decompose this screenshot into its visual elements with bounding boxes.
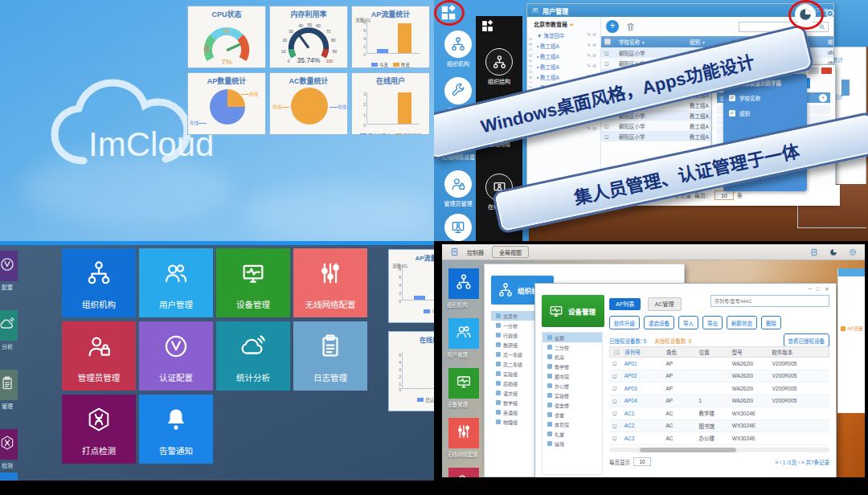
partial-tile[interactable] [0, 370, 18, 400]
tile-probe[interactable]: 打点检测 [62, 395, 136, 464]
cell-serial[interactable]: AP04 [621, 398, 663, 403]
sidebar-item-online[interactable]: 在线状态 [436, 214, 481, 241]
horizontal-scrollbar[interactable] [609, 448, 829, 452]
tile-devices[interactable]: 设备管理 [216, 248, 290, 317]
tree-item[interactable]: 全部 [542, 333, 602, 342]
tile-auth[interactable]: 认证配置 [139, 321, 213, 391]
tree-item[interactable]: ✎ ⊘• 教工组A [527, 51, 600, 61]
dark-item-org[interactable]: 组织结构 [477, 48, 522, 85]
tile-stats[interactable]: 统计分析 [216, 321, 290, 391]
partial-tile[interactable] [0, 472, 18, 481]
window-titlebar[interactable]: 用户管理 ? ─ □ ✕ [527, 4, 833, 17]
tile-wireless[interactable]: 无线网络配置 [293, 248, 367, 317]
tree-item[interactable]: 宿舍楼 [542, 400, 602, 410]
tree-item[interactable]: 教学楼 [542, 362, 602, 371]
table-row[interactable]: ◻ AC3 AC 办公楼 WX3024E 已授权 [609, 432, 829, 445]
row-checkbox[interactable]: ◻ [609, 398, 621, 404]
gear-icon[interactable]: ⚙ [825, 6, 835, 21]
card-memory[interactable]: 内存利用率 0 10 20 30 40 50 60 70 80 90 10 [269, 6, 348, 68]
info-icon[interactable] [829, 248, 837, 256]
row-checkbox[interactable]: ◻ [609, 410, 621, 416]
tree-item[interactable]: 体育馆 [542, 419, 602, 429]
device-pagination[interactable]: « ‹ 1 /1页 › » 共7条记录 [775, 458, 829, 466]
window-controls[interactable]: ─ □ ✕ [808, 286, 831, 292]
field-option[interactable]: ✓组别 [729, 109, 801, 117]
row-checkbox[interactable]: ◻ [609, 435, 621, 441]
tile-org[interactable]: 组织机构 [62, 248, 136, 317]
per-page-input[interactable] [633, 457, 651, 466]
tree-item[interactable]: ✎ ⊘• 教工组A [527, 61, 600, 72]
cell-serial[interactable]: AP02 [621, 373, 663, 378]
tiles-logo-icon[interactable] [481, 19, 494, 33]
per-page-input[interactable] [714, 190, 734, 200]
dock-tile-admins[interactable] [448, 468, 479, 477]
partial-tile[interactable] [0, 251, 18, 281]
tile-logs[interactable]: 日志管理 [293, 321, 367, 391]
sidebar-item-org[interactable]: 组织机构 [436, 31, 481, 68]
dock-tile-devices[interactable] [448, 368, 479, 399]
app-icon[interactable] [450, 248, 459, 256]
tree-item[interactable]: 办公楼 [542, 381, 602, 391]
partial-tile[interactable] [0, 429, 18, 460]
dock-tile-org[interactable] [448, 268, 479, 299]
upload-icon[interactable] [810, 248, 818, 256]
card-cpu[interactable]: CPU状态 低 中 高 7% [187, 6, 266, 68]
card-ap-count[interactable]: AP数量统计 离线 在线 [187, 72, 266, 135]
add-column-button[interactable]: + [819, 94, 827, 102]
row-checkbox[interactable]: ◻ [609, 373, 621, 379]
delete-button[interactable]: 删除 [761, 316, 781, 329]
row-checkbox[interactable]: ◻ [601, 123, 616, 129]
tile-alerts[interactable]: 告警通知 [139, 395, 213, 464]
tree-item[interactable]: ✎ ⊘• 教工组A [527, 40, 600, 51]
row-checkbox[interactable]: ◻ [609, 385, 621, 391]
cell-serial[interactable]: AP01 [621, 361, 663, 366]
tree-item[interactable]: 图书馆 [542, 371, 602, 381]
card-online-users[interactable]: 在线用户 0 1 2 3 已认证用户 连接终端 [351, 72, 430, 135]
cell-serial[interactable]: AC1 [621, 411, 663, 416]
export-button[interactable]: 导出 [702, 316, 723, 329]
table-row[interactable]: ◻ AP01 AP WA2620i V200R005 3C-8C-40-1A [609, 358, 829, 370]
tile-admins[interactable]: 管理员管理 [62, 321, 136, 391]
table-row[interactable]: ◻ AC2 AC 图书馆 WX3024E 已授权 [609, 420, 829, 433]
checkbox-checked[interactable]: ✓ [729, 95, 735, 101]
scrollbar-thumb[interactable] [640, 448, 736, 452]
device-search-input[interactable] [710, 295, 829, 307]
tree-item[interactable]: 操场 [542, 439, 602, 448]
table-row[interactable]: ◻ AP03 AP WA2620i V200R005 3C-8C-40-3C [609, 382, 829, 395]
tree-item[interactable]: 机房 [542, 352, 602, 362]
view-authorized-button[interactable]: 查看已授权设备 [784, 333, 830, 347]
reboot-button[interactable]: 重启设备 [644, 316, 674, 329]
tree-item[interactable]: 礼堂 [542, 429, 602, 439]
cell-serial[interactable]: AP03 [621, 386, 663, 391]
row-checkbox[interactable]: ◻ [609, 423, 621, 429]
tree-item[interactable]: ✎ ⊘▼ 海淀四中 [527, 30, 600, 40]
tree-item[interactable]: 实验楼 [542, 391, 602, 400]
add-user-button[interactable]: + [606, 20, 619, 33]
cell-serial[interactable]: AC3 [621, 436, 663, 441]
tile-users[interactable]: 用户管理 [139, 248, 213, 317]
org-root[interactable]: 北京市教育局 ★ [527, 17, 600, 30]
card-ac-count[interactable]: AC数量统计 离线 在线 [269, 72, 348, 135]
upgrade-button[interactable]: 软件升级 [609, 316, 640, 329]
checkbox-checked[interactable]: ✓ [729, 110, 735, 117]
table-row[interactable]: ◻ AC1 AC 教学楼 WX3024E 已授权 [609, 407, 829, 420]
row-checkbox[interactable]: ◻ [601, 60, 616, 67]
import-button[interactable]: 导入 [678, 316, 698, 329]
tab-ac[interactable]: AC管理 [648, 297, 682, 311]
tab-global-view[interactable]: 全局视图 [492, 246, 529, 258]
cell-serial[interactable]: AC2 [621, 423, 663, 428]
tab-ap-list[interactable]: AP列表 [609, 298, 641, 310]
delete-icon[interactable] [625, 22, 636, 32]
partial-tile[interactable] [0, 310, 18, 341]
sidebar-item-admins[interactable]: 管理员管理 [436, 170, 481, 207]
card-ap-traffic[interactable]: AP流量统计 流量(G) 0 2 4 6 8 今天 昨天 [351, 6, 430, 68]
dock-tile-wireless[interactable] [448, 418, 479, 448]
tree-item[interactable]: 二分校 [542, 342, 602, 352]
field-option[interactable]: ✓学校名称 [729, 94, 801, 102]
table-row[interactable]: ◻ AP02 AP WA2620i V200R005 3C-8C-40-2B [609, 370, 829, 383]
close-button[interactable] [821, 68, 832, 74]
refresh-button[interactable]: 刷新状态 [727, 316, 757, 329]
table-row[interactable]: ◻ AP04 AP 1 WA2620i V200R005 [609, 395, 829, 408]
dock-tile-users[interactable] [448, 318, 479, 349]
tree-item[interactable]: 食堂 [542, 410, 602, 419]
